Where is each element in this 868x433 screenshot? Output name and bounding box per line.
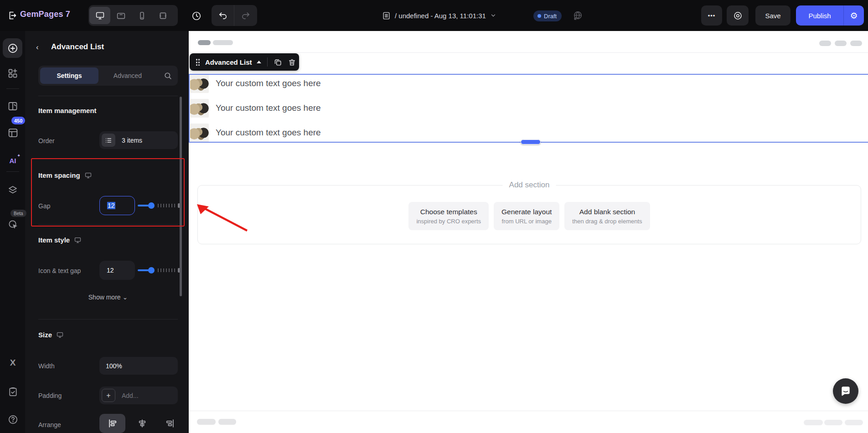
clipboard-check-icon: [8, 387, 18, 397]
choose-templates-button[interactable]: Choose templates inspired by CRO experts: [408, 202, 489, 230]
panel-tabs: Settings Advanced: [38, 66, 178, 86]
list-item[interactable]: Your custom text goes here: [190, 98, 321, 118]
list-item-text[interactable]: Your custom text goes here: [216, 103, 321, 113]
size-heading: Size: [38, 331, 64, 339]
order-value: 3 items: [122, 137, 142, 144]
align-left-button[interactable]: [99, 414, 125, 433]
rail-divider: [6, 88, 19, 89]
tab-settings[interactable]: Settings: [40, 67, 98, 84]
element-toolbar-label[interactable]: Advanced List: [205, 58, 252, 66]
order-control[interactable]: 3 items: [99, 131, 178, 149]
x-logo-icon: X: [10, 358, 16, 368]
left-rail: 450 AI Beta X: [0, 31, 25, 433]
order-label: Order: [38, 137, 55, 144]
gap-input[interactable]: 12: [99, 196, 135, 215]
tab-advanced[interactable]: Advanced: [98, 72, 157, 79]
theme-pages-button[interactable]: [7, 100, 19, 112]
reorder-list-icon: [102, 134, 115, 147]
skeleton-bar: [835, 41, 847, 46]
publish-button-group: Publish ⚙: [796, 5, 864, 26]
translate-globe-icon[interactable]: [572, 10, 584, 21]
width-input[interactable]: 100%: [99, 357, 178, 375]
tracking-button[interactable]: [7, 219, 19, 230]
list-item-image[interactable]: [190, 99, 209, 118]
icon-text-gap-label: Icon & text gap: [38, 267, 81, 274]
list-item-image[interactable]: [190, 124, 209, 142]
chat-bubble-icon: [840, 385, 852, 397]
duplicate-button[interactable]: [274, 58, 282, 66]
toolbar-divider: [267, 57, 268, 67]
undo-button[interactable]: [212, 5, 234, 26]
save-button[interactable]: Save: [755, 5, 790, 26]
publish-button[interactable]: Publish: [796, 5, 844, 26]
gap-label: Gap: [38, 202, 50, 210]
arrange-label: Arrange: [38, 421, 61, 428]
item-management-heading: Item management: [38, 107, 97, 114]
search-icon[interactable]: [164, 72, 172, 80]
redo-button[interactable]: [234, 5, 257, 26]
device-mobile-button[interactable]: [131, 7, 152, 24]
support-chat-button[interactable]: [833, 378, 858, 404]
icon-text-gap-slider-thumb[interactable]: [148, 267, 155, 273]
delete-button[interactable]: [288, 58, 296, 66]
show-more-button[interactable]: Show more ⌄: [38, 294, 178, 301]
undo-redo-group: [212, 5, 257, 26]
add-section-label: Add section: [503, 180, 556, 190]
add-blank-section-button[interactable]: Add blank section then drag & drop eleme…: [564, 202, 650, 230]
align-center-button[interactable]: [129, 414, 155, 433]
publish-settings-gear-icon[interactable]: ⚙: [844, 5, 864, 26]
preview-button[interactable]: [727, 5, 749, 26]
exit-editor-icon[interactable]: [6, 9, 18, 22]
drag-handle-icon[interactable]: [196, 58, 200, 66]
target-cursor-icon: [8, 219, 18, 230]
history-icon[interactable]: [191, 10, 202, 22]
plus-icon[interactable]: +: [102, 389, 115, 402]
item-style-heading: Item style: [38, 236, 82, 244]
device-tablet-button[interactable]: [110, 7, 131, 24]
list-item[interactable]: Your custom text goes here: [190, 123, 321, 142]
x-social-button[interactable]: X: [8, 357, 18, 368]
canvas-divider: [189, 52, 868, 53]
resize-handle[interactable]: [521, 139, 541, 144]
caret-up-icon[interactable]: [257, 61, 261, 63]
page-title[interactable]: / undefined - Aug 13, 11:01:31: [395, 12, 486, 20]
skeleton-bar: [819, 41, 831, 46]
top-bar: GemPages 7: [0, 0, 868, 31]
padding-control[interactable]: + Add...: [99, 387, 178, 404]
layers-icon: [7, 185, 18, 196]
skeleton-bar: [850, 41, 862, 46]
icon-text-gap-input[interactable]: 12: [99, 261, 135, 280]
selection-border-top: [189, 74, 868, 75]
sections-library-button[interactable]: [7, 67, 19, 79]
desktop-scope-icon: [84, 172, 92, 179]
generate-layout-button[interactable]: Generate layout from URL or image: [494, 202, 559, 230]
feedback-button[interactable]: [7, 386, 18, 397]
panel-scrollbar[interactable]: [180, 97, 182, 296]
icon-text-gap-slider[interactable]: [138, 267, 181, 273]
gap-slider[interactable]: [138, 202, 181, 209]
more-options-button[interactable]: •••: [701, 5, 722, 26]
selection-border-left: [189, 74, 190, 142]
gap-slider-thumb[interactable]: [148, 202, 155, 209]
skeleton-bar: [197, 419, 216, 425]
grid-plus-icon: [7, 68, 18, 79]
add-element-button[interactable]: [3, 38, 22, 58]
layers-button[interactable]: [7, 184, 19, 196]
device-responsive-button[interactable]: [152, 7, 173, 24]
back-icon[interactable]: ‹: [36, 43, 42, 51]
device-desktop-button[interactable]: [89, 7, 110, 24]
apps-button[interactable]: [6, 127, 19, 139]
element-toolbar: Advanced List: [190, 53, 299, 71]
help-button[interactable]: [7, 414, 18, 425]
brand-logo[interactable]: GemPages 7: [20, 10, 70, 19]
list-item-text[interactable]: Your custom text goes here: [216, 128, 321, 138]
rail-divider: [6, 171, 19, 172]
list-item-text[interactable]: Your custom text goes here: [216, 78, 321, 88]
chevron-down-icon[interactable]: [490, 12, 496, 19]
list-item[interactable]: Your custom text goes here: [190, 74, 321, 93]
copy-icon: [274, 58, 282, 66]
question-circle-icon: [8, 414, 18, 425]
ai-assistant-button[interactable]: AI: [6, 155, 19, 166]
align-right-button[interactable]: [159, 414, 181, 433]
list-item-image[interactable]: [190, 74, 209, 93]
